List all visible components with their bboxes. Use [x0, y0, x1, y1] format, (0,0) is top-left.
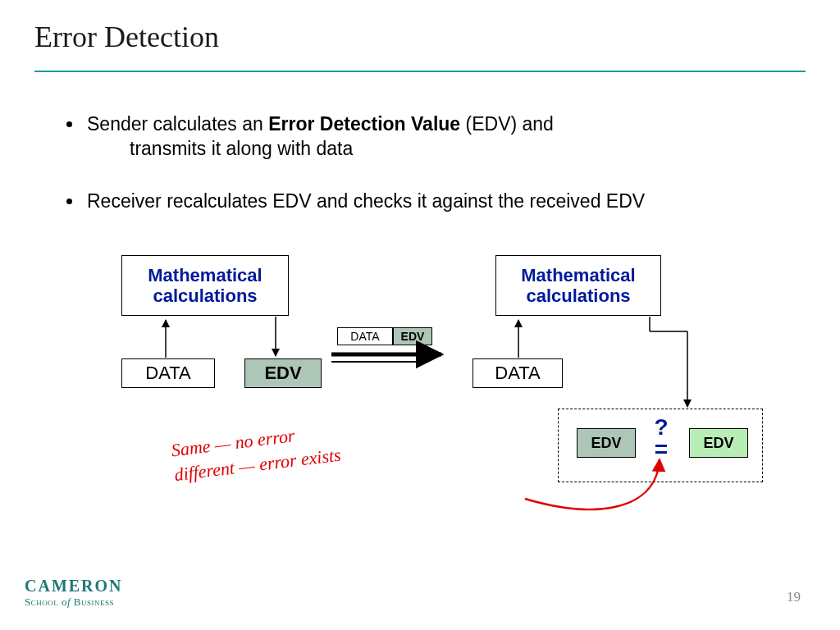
packet-data-box: DATA [337, 327, 393, 345]
logo-bottom: School of Business [25, 596, 123, 609]
calculated-edv-box: EDV [689, 428, 748, 458]
math-label-2a: Mathematical [521, 265, 635, 285]
receiver-data-box: DATA [472, 358, 563, 388]
compare-symbol: ? = [650, 417, 673, 460]
sender-data-box: DATA [121, 358, 215, 388]
receiver-math-box: Mathematical calculations [495, 255, 661, 316]
footer-logo: CAMERON School of Business [25, 577, 123, 609]
logo-bot-a: School [25, 596, 62, 608]
math-label-1a: Mathematical [148, 265, 262, 285]
sender-edv-box: EDV [244, 358, 322, 388]
logo-bot-b: Business [71, 596, 114, 608]
diagram: Mathematical calculations DATA EDV DATA … [0, 0, 840, 630]
packet-edv-box: EDV [393, 327, 432, 345]
handwriting: Same — no error different — error exists [170, 418, 342, 487]
sender-math-box: Mathematical calculations [121, 255, 289, 316]
math-label-2b: calculations [526, 285, 630, 306]
page-number: 19 [787, 589, 801, 605]
received-edv-box: EDV [577, 428, 636, 458]
logo-top: CAMERON [25, 577, 123, 596]
logo-bot-of: of [62, 596, 71, 608]
math-label-1b: calculations [153, 285, 257, 306]
